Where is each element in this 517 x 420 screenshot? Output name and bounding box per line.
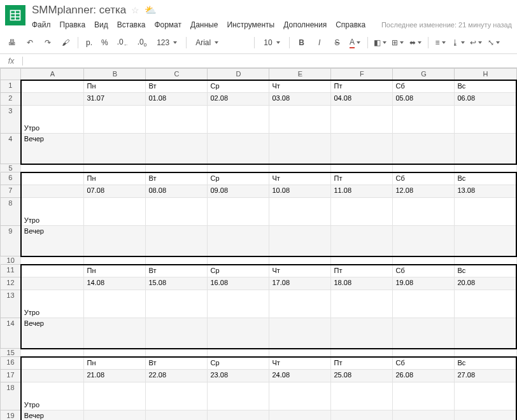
col-header-E[interactable]: E (269, 69, 331, 80)
day-name[interactable]: Сб (393, 357, 455, 370)
borders-button[interactable]: ⊞ (391, 36, 405, 50)
vertical-align-button[interactable]: ⭳ (451, 36, 465, 50)
redo-icon[interactable]: ↷ (41, 36, 55, 50)
cell[interactable] (269, 164, 331, 172)
day-name[interactable]: Пн (84, 265, 146, 277)
decrease-decimal-button[interactable]: .0← (115, 38, 131, 48)
cell[interactable] (269, 382, 331, 410)
row-header[interactable]: 7 (1, 185, 21, 198)
font-size-dropdown[interactable]: 10 (260, 38, 283, 47)
row-label-evening[interactable]: Вечер (21, 410, 84, 421)
cell[interactable] (455, 290, 516, 318)
cell[interactable] (393, 256, 455, 265)
cell[interactable] (208, 410, 269, 421)
cell[interactable] (331, 256, 393, 265)
row-header[interactable]: 10 (1, 256, 21, 265)
cell[interactable] (208, 134, 269, 164)
font-family-dropdown[interactable]: Arial (192, 38, 249, 47)
cell[interactable] (21, 164, 84, 172)
cell[interactable] (146, 290, 208, 318)
date-cell[interactable]: 23.08 (208, 370, 269, 382)
date-cell[interactable]: 02.08 (208, 93, 269, 106)
row-header[interactable]: 19 (1, 410, 21, 421)
row-header[interactable]: 11 (1, 265, 21, 277)
cell[interactable] (21, 80, 84, 93)
cell[interactable] (393, 410, 455, 421)
menu-help[interactable]: Справка (336, 20, 365, 29)
bold-button[interactable]: B (295, 36, 309, 50)
cell[interactable] (269, 349, 331, 357)
row-header[interactable]: 15 (1, 349, 21, 357)
cell[interactable] (146, 106, 208, 134)
row-header[interactable]: 18 (1, 382, 21, 410)
day-name[interactable]: Сб (393, 265, 455, 277)
cell[interactable] (455, 256, 516, 265)
col-header-G[interactable]: G (393, 69, 455, 80)
percent-format-button[interactable]: % (99, 38, 111, 47)
cell[interactable] (269, 198, 331, 226)
cell[interactable] (84, 410, 146, 421)
cell[interactable] (146, 256, 208, 265)
row-header[interactable]: 3 (1, 106, 21, 134)
strikethrough-button[interactable]: S (330, 36, 344, 50)
row-label-morning[interactable]: Утро (21, 198, 84, 226)
cell[interactable] (269, 410, 331, 421)
row-header[interactable]: 5 (1, 164, 21, 172)
cell[interactable] (146, 164, 208, 172)
date-cell[interactable]: 11.08 (331, 185, 393, 198)
cell[interactable] (21, 172, 84, 185)
date-cell[interactable]: 26.08 (393, 370, 455, 382)
cell[interactable] (393, 382, 455, 410)
row-label-evening[interactable]: Вечер (21, 134, 84, 164)
cell[interactable] (331, 318, 393, 349)
cell[interactable] (269, 256, 331, 265)
day-name[interactable]: Вт (146, 80, 208, 93)
day-name[interactable]: Вт (146, 265, 208, 277)
day-name[interactable]: Пн (84, 80, 146, 93)
date-cell[interactable]: 19.08 (393, 277, 455, 290)
date-cell[interactable]: 09.08 (208, 185, 269, 198)
day-name[interactable]: Чт (269, 357, 331, 370)
day-name[interactable]: Вс (455, 265, 516, 277)
cell[interactable] (146, 382, 208, 410)
day-name[interactable]: Пт (331, 172, 393, 185)
cell[interactable] (455, 226, 516, 256)
number-format-dropdown[interactable]: 123 (153, 38, 181, 47)
cell[interactable] (146, 134, 208, 164)
date-cell[interactable]: 22.08 (146, 370, 208, 382)
cell[interactable] (84, 134, 146, 164)
day-name[interactable]: Вс (455, 357, 516, 370)
day-name[interactable]: Пн (84, 172, 146, 185)
day-name[interactable]: Пт (331, 265, 393, 277)
star-icon[interactable]: ☆ (131, 5, 139, 15)
menu-view[interactable]: Вид (94, 20, 108, 29)
row-header[interactable]: 2 (1, 93, 21, 106)
increase-decimal-button[interactable]: .00 (135, 38, 149, 48)
day-name[interactable]: Чт (269, 265, 331, 277)
day-name[interactable]: Чт (269, 80, 331, 93)
cell[interactable] (208, 290, 269, 318)
text-rotation-button[interactable]: ⤡ (487, 36, 501, 50)
cell[interactable] (455, 134, 516, 164)
date-cell[interactable]: 25.08 (331, 370, 393, 382)
cell[interactable] (208, 318, 269, 349)
date-cell[interactable]: 15.08 (146, 277, 208, 290)
merge-cells-button[interactable]: ⬌ (409, 36, 423, 50)
cell[interactable] (393, 198, 455, 226)
date-cell[interactable]: 27.08 (455, 370, 516, 382)
date-cell[interactable]: 06.08 (455, 93, 516, 106)
cell[interactable] (331, 198, 393, 226)
cell[interactable] (455, 349, 516, 357)
col-header-C[interactable]: C (146, 69, 208, 80)
date-cell[interactable]: 04.08 (331, 93, 393, 106)
paint-format-icon[interactable]: 🖌 (59, 36, 73, 50)
doc-title[interactable]: SMMplanner: сетка (32, 4, 126, 17)
italic-button[interactable]: I (313, 36, 327, 50)
cell[interactable] (269, 134, 331, 164)
cell[interactable] (393, 134, 455, 164)
undo-icon[interactable]: ↶ (23, 36, 37, 50)
day-name[interactable]: Ср (208, 80, 269, 93)
row-label-morning[interactable]: Утро (21, 106, 84, 134)
cell[interactable] (84, 382, 146, 410)
cell[interactable] (84, 164, 146, 172)
